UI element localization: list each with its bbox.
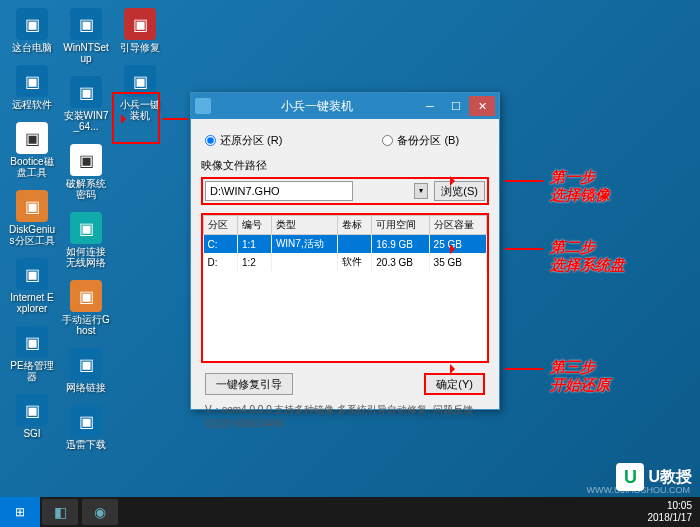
- image-path-input[interactable]: [205, 181, 353, 201]
- desktop-icon-label: SGI: [23, 428, 40, 439]
- annotation-step3: 第三步开始还原: [550, 358, 610, 394]
- desktop-icon-image: ▣: [70, 144, 102, 176]
- minimize-button[interactable]: ─: [417, 96, 443, 116]
- desktop-icon[interactable]: ▣网络链接: [62, 348, 110, 393]
- desktop-icon-image: ▣: [70, 348, 102, 380]
- backup-radio-input[interactable]: [382, 135, 393, 146]
- arrow-step3: [505, 368, 543, 370]
- desktop-icon[interactable]: ▣PE络管理器: [8, 326, 56, 382]
- partition-table[interactable]: 分区编号类型卷标可用空间分区容量 C:1:1WIN7,活动16.9 GB25 G…: [203, 215, 487, 271]
- desktop-icon[interactable]: ▣这台电脑: [8, 8, 56, 53]
- window-content: 还原分区 (R) 备份分区 (B) 映像文件路径 ▾ 浏览(S): [191, 119, 499, 439]
- tray-time: 10:05: [648, 500, 693, 512]
- desktop-icon[interactable]: ▣DiskGenius分区工具: [8, 190, 56, 246]
- table-header-cell[interactable]: 分区: [204, 216, 238, 235]
- table-cell: D:: [204, 253, 238, 271]
- table-row[interactable]: C:1:1WIN7,活动16.9 GB25 GB: [204, 235, 487, 254]
- table-cell: [271, 253, 337, 271]
- table-cell: 20.3 GB: [372, 253, 429, 271]
- desktop-icon-label: 网络链接: [66, 382, 106, 393]
- annotation-step1: 第一步选择镜像: [550, 168, 610, 204]
- desktop-icon-label: 引导修复: [120, 42, 160, 53]
- table-header-cell[interactable]: 可用空间: [372, 216, 429, 235]
- desktop-icon-image: ▣: [70, 212, 102, 244]
- desktop-icon[interactable]: ▣远程软件: [8, 65, 56, 110]
- backup-radio-label: 备份分区 (B): [397, 133, 459, 148]
- desktop-icon-image: ▣: [16, 122, 48, 154]
- version-text: V：oem4.0.0.0 支持多种镜像,多系统引导自动修复. 问题反馈QQ群:6…: [201, 403, 489, 431]
- desktop: ▣这台电脑▣远程软件▣Bootice磁盘工具▣DiskGenius分区工具▣In…: [0, 0, 700, 527]
- table-row[interactable]: D:1:2软件20.3 GB35 GB: [204, 253, 487, 271]
- maximize-button[interactable]: ☐: [443, 96, 469, 116]
- desktop-icon-image: ▣: [16, 65, 48, 97]
- backup-radio[interactable]: 备份分区 (B): [382, 133, 459, 148]
- window-title: 小兵一键装机: [217, 98, 417, 115]
- partition-table-wrap: 分区编号类型卷标可用空间分区容量 C:1:1WIN7,活动16.9 GB25 G…: [201, 213, 489, 363]
- system-tray[interactable]: 10:05 2018/1/17: [640, 500, 701, 524]
- table-header-cell[interactable]: 分区容量: [429, 216, 486, 235]
- table-cell: C:: [204, 235, 238, 254]
- tray-date: 2018/1/17: [648, 512, 693, 524]
- table-cell: 16.9 GB: [372, 235, 429, 254]
- desktop-icon[interactable]: ▣SGI: [8, 394, 56, 439]
- table-header-cell[interactable]: 卷标: [338, 216, 372, 235]
- desktop-icon-image: ▣: [16, 190, 48, 222]
- table-body: C:1:1WIN7,活动16.9 GB25 GBD:1:2软件20.3 GB35…: [204, 235, 487, 272]
- desktop-icon-label: WinNTSetup: [62, 42, 110, 64]
- desktop-icon-label: 迅雷下载: [66, 439, 106, 450]
- restore-radio[interactable]: 还原分区 (R): [205, 133, 282, 148]
- desktop-icon-image: ▣: [70, 405, 102, 437]
- desktop-icon-image: ▣: [16, 326, 48, 358]
- desktop-icon[interactable]: ▣Bootice磁盘工具: [8, 122, 56, 178]
- image-path-label: 映像文件路径: [201, 158, 489, 173]
- desktop-icon[interactable]: ▣如何连接无线网络: [62, 212, 110, 268]
- taskbar-app-1[interactable]: ◧: [42, 499, 78, 525]
- table-header-cell[interactable]: 编号: [237, 216, 271, 235]
- desktop-icon[interactable]: ▣破解系统密码: [62, 144, 110, 200]
- taskbar-app-2[interactable]: ◉: [82, 499, 118, 525]
- desktop-icon-image: ▣: [70, 8, 102, 40]
- arrow-step2: [505, 248, 543, 250]
- desktop-icon-label: PE络管理器: [8, 360, 56, 382]
- table-cell: 35 GB: [429, 253, 486, 271]
- desktop-icon-image: ▣: [16, 8, 48, 40]
- desktop-icon-image: ▣: [70, 280, 102, 312]
- desktop-icon-label: 如何连接无线网络: [62, 246, 110, 268]
- desktop-icon[interactable]: ▣手动运行Ghost: [62, 280, 110, 336]
- desktop-icon-label: 手动运行Ghost: [62, 314, 110, 336]
- table-cell: WIN7,活动: [271, 235, 337, 254]
- desktop-icon-label: 安装WIN7_64...: [62, 110, 110, 132]
- start-button[interactable]: ⊞: [0, 497, 40, 527]
- arrow-to-window: [163, 118, 188, 120]
- restore-radio-input[interactable]: [205, 135, 216, 146]
- table-cell: 1:1: [237, 235, 271, 254]
- annotation-step2: 第二步选择系统盘: [550, 238, 625, 274]
- desktop-icon-column-1: ▣这台电脑▣远程软件▣Bootice磁盘工具▣DiskGenius分区工具▣In…: [8, 8, 56, 451]
- desktop-icon-image: ▣: [16, 258, 48, 290]
- desktop-icon-column-2: ▣WinNTSetup▣安装WIN7_64...▣破解系统密码▣如何连接无线网络…: [62, 8, 110, 462]
- desktop-icon-image: ▣: [70, 76, 102, 108]
- desktop-icon-label: DiskGenius分区工具: [8, 224, 56, 246]
- table-cell: 软件: [338, 253, 372, 271]
- desktop-icon-label: 这台电脑: [12, 42, 52, 53]
- titlebar[interactable]: 小兵一键装机 ─ ☐ ✕: [191, 93, 499, 119]
- desktop-icon[interactable]: ▣Internet Explorer: [8, 258, 56, 314]
- table-cell: 1:2: [237, 253, 271, 271]
- path-dropdown-icon[interactable]: ▾: [414, 183, 428, 199]
- desktop-icon[interactable]: ▣迅雷下载: [62, 405, 110, 450]
- restore-radio-label: 还原分区 (R): [220, 133, 282, 148]
- image-path-row: ▾ 浏览(S): [201, 177, 489, 205]
- desktop-icon[interactable]: ▣安装WIN7_64...: [62, 76, 110, 132]
- desktop-icon-label: Bootice磁盘工具: [8, 156, 56, 178]
- desktop-icon-label: 远程软件: [12, 99, 52, 110]
- close-button[interactable]: ✕: [469, 96, 495, 116]
- ok-button[interactable]: 确定(Y): [424, 373, 485, 395]
- watermark-url: WWW.UJIAOSHOU.COM: [587, 485, 691, 495]
- desktop-icon[interactable]: ▣引导修复: [116, 8, 164, 53]
- desktop-icon[interactable]: ▣WinNTSetup: [62, 8, 110, 64]
- arrow-step1: [505, 180, 543, 182]
- table-header-cell[interactable]: 类型: [271, 216, 337, 235]
- desktop-icon-label: Internet Explorer: [8, 292, 56, 314]
- repair-boot-button[interactable]: 一键修复引导: [205, 373, 293, 395]
- taskbar[interactable]: ⊞ ◧ ◉ 10:05 2018/1/17: [0, 497, 700, 527]
